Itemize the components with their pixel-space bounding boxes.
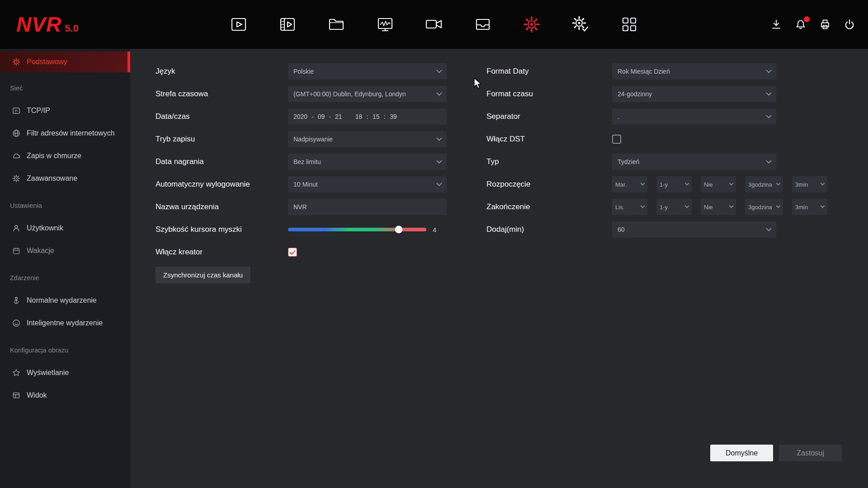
jezyk-select[interactable]: Polskie	[288, 63, 447, 80]
row-wylogowanie: Automatyczny wylogowanie 10 Minut	[156, 173, 447, 196]
hour-field[interactable]: 18	[355, 113, 363, 120]
sidebar-item-tcpip[interactable]: P TCP/IP	[0, 99, 130, 122]
sidebar-item-wakacje[interactable]: Wakacje	[0, 239, 130, 262]
chevron-down-icon	[641, 181, 645, 185]
notifications-icon[interactable]	[794, 18, 807, 31]
format-czasu-label: Format czasu	[486, 89, 612, 99]
cursor-speed-slider[interactable]	[288, 228, 426, 231]
format-daty-label: Format Daty	[486, 67, 612, 76]
chevron-down-icon	[766, 67, 772, 73]
section-title: Sieć	[0, 77, 130, 99]
strefa-select[interactable]: (GMT+00:00) Dublin, Edynburg, Londyn	[288, 86, 447, 102]
user-icon	[12, 224, 21, 233]
chevron-down-icon	[776, 203, 781, 208]
sync-channel-time-button[interactable]: Zsynchronizuj czas kanału	[156, 267, 250, 283]
sidebar-item-uzytkownik[interactable]: Użytkownik	[0, 217, 130, 239]
typ-select[interactable]: Tydzień	[612, 154, 776, 170]
sidebar-item-podstawowy[interactable]: Podstawowy	[0, 52, 130, 72]
sidebar-item-label: TCP/IP	[27, 107, 50, 115]
format-czasu-select[interactable]: 24-godzinny	[612, 86, 776, 102]
year-field[interactable]: 2020	[293, 113, 307, 120]
start-week-select[interactable]: 1-y	[656, 176, 692, 192]
tryb-select[interactable]: Nadpisywanie	[288, 131, 447, 147]
sidebar: Podstawowy Sieć P TCP/IP Filtr adresów i…	[0, 49, 130, 488]
month-field[interactable]: 09	[318, 113, 325, 120]
chevron-down-icon	[776, 181, 781, 185]
wylogowanie-select[interactable]: 10 Minut	[288, 176, 447, 192]
start-minute-select[interactable]: 3min	[792, 176, 827, 192]
strefa-label: Strefa czasowa	[156, 89, 288, 99]
slider-handle[interactable]	[395, 226, 402, 234]
sidebar-item-inteligentne[interactable]: Inteligentne wydarzenie	[0, 312, 130, 334]
sidebar-item-widok[interactable]: Widok	[0, 384, 130, 407]
topbar-right-icons	[769, 0, 856, 49]
section-title: Konfiguracja obrazu	[0, 339, 130, 361]
sidebar-item-chmura[interactable]: Zapis w chmurze	[0, 145, 130, 167]
nagranie-select[interactable]: Bez limitu	[288, 154, 447, 170]
camera-icon[interactable]	[424, 14, 444, 35]
layout-icon	[12, 391, 21, 400]
sidebar-item-zaawansowane[interactable]: Zaawansowane	[0, 167, 130, 190]
storage-icon[interactable]	[472, 14, 493, 35]
rozpoczecie-label: Rozpoczęcie	[486, 180, 612, 189]
device-name-input[interactable]	[288, 199, 447, 215]
dst-checkbox[interactable]	[612, 135, 621, 144]
preview-icon[interactable]	[228, 14, 249, 35]
row-dst: Włącz DST	[486, 128, 827, 150]
download-icon[interactable]	[769, 18, 783, 31]
chevron-down-icon	[729, 203, 734, 208]
system-settings-icon[interactable]	[521, 14, 542, 35]
tcpip-icon: P	[12, 106, 21, 115]
end-hour-select[interactable]: 3godzina	[745, 199, 783, 215]
row-dodaj: Dodaj(min) 60	[486, 218, 827, 241]
separator-label: Separator	[486, 112, 612, 121]
chevron-down-icon	[641, 203, 645, 208]
chevron-down-icon	[436, 180, 442, 186]
row-separator: Separator .	[486, 105, 827, 128]
end-day-select[interactable]: Nie	[701, 199, 736, 215]
gear-icon	[12, 174, 21, 183]
chevron-down-icon	[766, 113, 772, 118]
playback-icon[interactable]	[277, 14, 298, 35]
power-icon[interactable]	[843, 18, 856, 31]
end-month-select[interactable]: Lis.	[612, 199, 647, 215]
start-month-select[interactable]: Mar.	[612, 176, 647, 192]
sidebar-item-wyswietlanie[interactable]: Wyświetlanie	[0, 361, 130, 384]
default-button[interactable]: Domyślne	[710, 445, 773, 461]
row-kursor: Szybkość kursora myszki 4	[156, 218, 447, 241]
sidebar-item-label: Widok	[27, 391, 47, 399]
sidebar-item-label: Podstawowy	[27, 58, 67, 66]
maintenance-icon[interactable]	[570, 14, 591, 35]
chevron-down-icon	[729, 181, 734, 185]
day-field[interactable]: 21	[335, 113, 342, 120]
chevron-down-icon	[436, 135, 442, 141]
minute-field[interactable]: 15	[373, 113, 380, 120]
wizard-checkbox[interactable]	[288, 248, 297, 257]
end-week-select[interactable]: 1-y	[656, 199, 692, 215]
separator-select[interactable]: .	[612, 108, 776, 125]
sidebar-item-normalne[interactable]: Normalne wydarzenie	[0, 289, 130, 312]
format-daty-select[interactable]: Rok Miesiąc Dzień	[612, 63, 776, 80]
datetime-field[interactable]: 2020 - 09 - 21 18 : 15 : 39	[288, 108, 447, 125]
apply-button[interactable]: Zastosuj	[779, 445, 842, 461]
chevron-down-icon	[821, 181, 825, 185]
row-rozpoczecie: Rozpoczęcie Mar. 1-y Nie 3godzina	[486, 173, 827, 196]
apps-icon[interactable]	[619, 14, 640, 35]
sidebar-item-label: Zaawansowane	[27, 174, 77, 183]
end-minute-select[interactable]: 3min	[792, 199, 827, 215]
start-hour-select[interactable]: 3godzina	[745, 176, 783, 192]
start-day-select[interactable]: Nie	[701, 176, 736, 192]
printer-icon[interactable]	[818, 18, 832, 31]
row-format-daty: Format Daty Rok Miesiąc Dzień	[486, 60, 827, 83]
file-management-icon[interactable]	[326, 14, 347, 35]
wylogowanie-label: Automatyczny wylogowanie	[156, 180, 288, 189]
slider-value: 4	[433, 226, 436, 234]
chevron-down-icon	[436, 90, 442, 96]
dodaj-select[interactable]: 60	[612, 221, 776, 238]
chevron-down-icon	[685, 203, 689, 208]
sidebar-item-filtr[interactable]: Filtr adresów internetowych	[0, 122, 130, 145]
sidebar-item-label: Inteligentne wydarzenie	[27, 319, 103, 327]
display-icon[interactable]	[375, 14, 396, 35]
chevron-down-icon	[766, 158, 772, 164]
second-field[interactable]: 39	[390, 113, 397, 120]
